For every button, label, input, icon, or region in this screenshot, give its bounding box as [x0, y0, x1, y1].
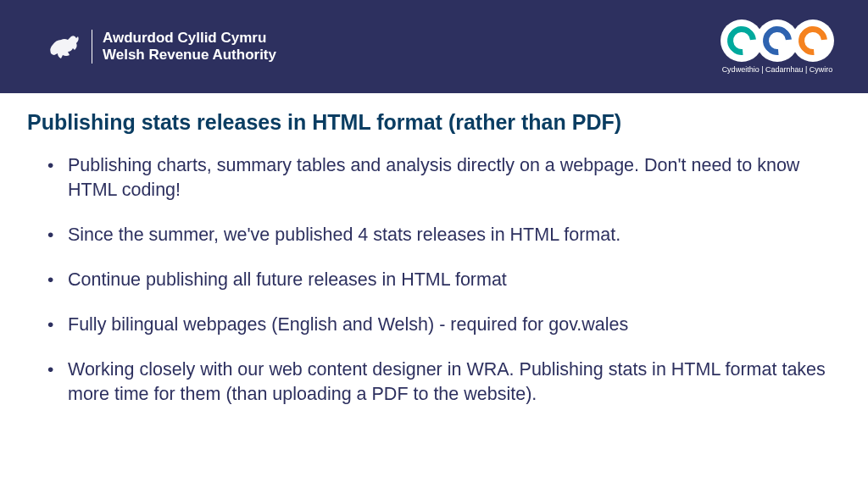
bullet-list: Publishing charts, summary tables and an…	[27, 153, 841, 407]
list-item: Working closely with our web content des…	[51, 358, 841, 407]
c-circle-orange-icon	[792, 19, 834, 62]
list-item: Continue publishing all future releases …	[51, 268, 841, 292]
list-item: Publishing charts, summary tables and an…	[51, 153, 841, 202]
list-item: Fully bilingual webpages (English and We…	[51, 313, 841, 337]
ccc-logo: Cydweithio | Cadarnhau | Cywiro	[721, 19, 834, 74]
slide-header: Awdurdod Cyllid Cymru Welsh Revenue Auth…	[0, 0, 868, 93]
logo-divider	[92, 30, 92, 64]
list-item: Since the summer, we've published 4 stat…	[51, 223, 841, 247]
org-name-block: Awdurdod Cyllid Cymru Welsh Revenue Auth…	[103, 30, 276, 64]
wra-logo: Awdurdod Cyllid Cymru Welsh Revenue Auth…	[47, 30, 276, 64]
c-circle-blue-icon	[756, 19, 798, 62]
ccc-circles-icon	[721, 19, 834, 62]
slide-content: Publishing stats releases in HTML format…	[0, 93, 868, 407]
org-name-welsh: Awdurdod Cyllid Cymru	[103, 30, 276, 47]
c-circle-teal-icon	[721, 19, 763, 62]
welsh-dragon-icon	[47, 31, 81, 62]
slide-title: Publishing stats releases in HTML format…	[27, 110, 841, 135]
org-name-english: Welsh Revenue Authority	[103, 47, 276, 64]
ccc-tagline: Cydweithio | Cadarnhau | Cywiro	[722, 65, 833, 74]
